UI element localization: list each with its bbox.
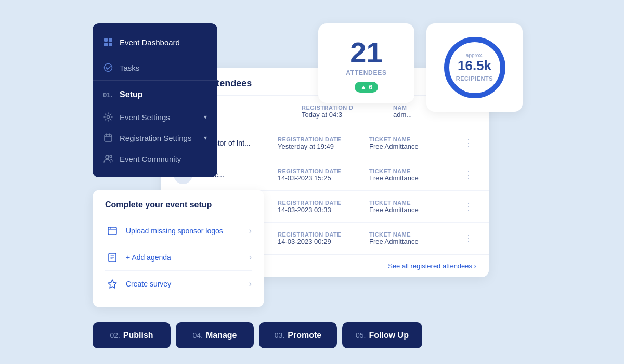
svg-point-4 — [105, 64, 112, 72]
attendee-date-col: Registration Date Yesterday at 19:49 — [278, 136, 361, 150]
date-val: Yesterday at 19:49 — [278, 142, 361, 150]
svg-point-10 — [106, 155, 109, 159]
sidebar-setup-label: Setup — [120, 90, 142, 99]
sidebar-tasks-label: Tasks — [120, 63, 139, 72]
setup-item-add-agenda[interactable]: + Add agenda › — [105, 244, 252, 271]
check-icon — [103, 62, 113, 73]
date-val: 14-03-2023 03:33 — [278, 206, 361, 214]
date-label: Registration Date — [278, 136, 361, 142]
tab-publish[interactable]: 02. Publish — [93, 322, 171, 348]
sidebar-item-tasks[interactable]: Tasks — [93, 57, 217, 78]
grid-icon — [103, 37, 113, 47]
sidebar-registration-label: Registration Settings — [120, 134, 191, 142]
sidebar-item-registration[interactable]: Registration Settings ▾ — [93, 127, 217, 148]
attendee-menu-button[interactable]: ⋮ — [461, 135, 476, 151]
attendees-badge: ▲ 6 — [355, 82, 378, 93]
sidebar-item-setup[interactable]: 01. Setup — [93, 83, 217, 107]
setup-item-create-survey[interactable]: Create survey › — [105, 271, 252, 297]
sidebar-item-event-settings[interactable]: Event Settings ▾ — [93, 107, 217, 127]
manage-label: Manage — [206, 331, 237, 340]
ticket-val: Free Admittance — [369, 142, 452, 150]
date-label: Registration Date — [278, 200, 361, 206]
tab-follow-up[interactable]: 05. Follow Up — [342, 322, 422, 348]
attendee-menu-button[interactable]: ⋮ — [461, 199, 476, 214]
sidebar-divider-1 — [93, 55, 217, 55]
sidebar-community-label: Event Community — [120, 154, 181, 163]
publish-label: Publish — [123, 331, 153, 340]
event-settings-arrow-icon: ▾ — [204, 113, 207, 121]
svg-rect-1 — [109, 38, 112, 42]
badge-arrow-icon: ▲ — [360, 83, 367, 91]
promote-label: Promote — [288, 331, 321, 340]
setup-item-sponsor-logos[interactable]: Upload missing sponsor logos › — [105, 218, 252, 244]
attendee-menu-button[interactable]: ⋮ — [461, 230, 476, 246]
add-agenda-label: + Add agenda — [126, 253, 243, 262]
sidebar-event-settings-label: Event Settings — [120, 113, 170, 122]
registration-arrow-icon: ▾ — [204, 134, 207, 141]
sponsor-logos-label: Upload missing sponsor logos — [126, 227, 243, 235]
sponsor-logos-arrow-icon: › — [249, 226, 252, 236]
attendee-menu-button[interactable]: ⋮ — [461, 167, 476, 183]
svg-point-5 — [107, 116, 110, 119]
svg-marker-21 — [108, 280, 116, 288]
bottom-nav: 02. Publish 04. Manage 03. Promote 05. F… — [93, 322, 422, 348]
svg-rect-2 — [104, 43, 108, 46]
tab-manage[interactable]: 04. Manage — [176, 322, 254, 348]
svg-rect-14 — [108, 227, 116, 235]
calendar-icon — [103, 133, 113, 143]
agenda-icon — [105, 250, 120, 265]
date-label: Registration Date — [278, 231, 361, 238]
add-agenda-arrow-icon: › — [249, 253, 252, 262]
publish-num: 02. — [110, 331, 120, 340]
donut-inner: approx. 16.5k RECIPIENTS — [456, 53, 493, 83]
create-survey-label: Create survey — [126, 280, 243, 288]
ticket-val: Free Admittance — [369, 238, 452, 245]
date-val: Today at 04:3 — [302, 111, 385, 119]
attendee-date-col: Registration Date 14-03-2023 00:29 — [278, 231, 361, 245]
donut-number: 16.5k — [458, 58, 491, 73]
sponsor-logo-icon — [105, 224, 120, 238]
date-val: 14-03-2023 00:29 — [278, 238, 361, 245]
attendee-date-col: Registration Date 14-03-2023 15:25 — [278, 168, 361, 182]
ticket-val: Free Admittance — [369, 174, 452, 182]
ticket-label: Ticket Name — [369, 168, 452, 174]
sidebar-dashboard-label: Event Dashboard — [120, 38, 180, 47]
svg-rect-3 — [109, 43, 112, 46]
date-label: Registration Date — [278, 168, 361, 174]
ticket-label: Ticket Name — [369, 200, 452, 206]
manage-num: 04. — [192, 331, 202, 340]
ticket-val: Free Admittance — [369, 206, 452, 214]
attendee-ticket-col: Ticket Name Free Admittance — [369, 168, 452, 182]
setup-panel: Complete your event setup Upload missing… — [93, 190, 264, 307]
tab-promote[interactable]: 03. Promote — [259, 322, 337, 348]
create-survey-arrow-icon: › — [249, 279, 252, 289]
svg-point-11 — [110, 155, 112, 158]
date-val: 14-03-2023 15:25 — [278, 174, 361, 182]
attendees-number: 21 — [329, 38, 404, 67]
ticket-label: Ticket Name — [369, 136, 452, 142]
attendees-stat-card: 21 ATTENDEES ▲ 6 — [318, 23, 414, 103]
attendee-ticket-col: Ticket Name Free Admittance — [369, 231, 452, 245]
sidebar-item-dashboard[interactable]: Event Dashboard — [93, 32, 217, 53]
attendee-date-col: Registration D Today at 04:3 — [302, 105, 385, 119]
setup-title: Complete your event setup — [105, 200, 252, 210]
settings-icon — [103, 112, 113, 122]
attendee-ticket-col: Ticket Name Free Admittance — [369, 200, 452, 214]
people-icon — [103, 153, 113, 164]
attendee-ticket-col: Ticket Name Free Admittance — [369, 136, 452, 150]
attendees-label: ATTENDEES — [329, 69, 404, 76]
donut-label: RECIPIENTS — [456, 75, 493, 82]
ticket-label: Ticket Name — [369, 231, 452, 238]
survey-icon — [105, 277, 120, 291]
followup-num: 05. — [356, 331, 366, 340]
promote-num: 03. — [275, 331, 284, 340]
badge-count: 6 — [369, 83, 372, 91]
setup-num: 01. — [103, 91, 112, 99]
sidebar-divider-2 — [93, 80, 217, 81]
date-label: Registration D — [302, 105, 385, 111]
svg-rect-0 — [104, 38, 108, 42]
attendee-date-col: Registration Date 14-03-2023 03:33 — [278, 200, 361, 214]
donut-chart: approx. 16.5k RECIPIENTS — [441, 34, 509, 101]
svg-rect-6 — [105, 135, 112, 141]
sidebar-item-community[interactable]: Event Community — [93, 148, 217, 169]
